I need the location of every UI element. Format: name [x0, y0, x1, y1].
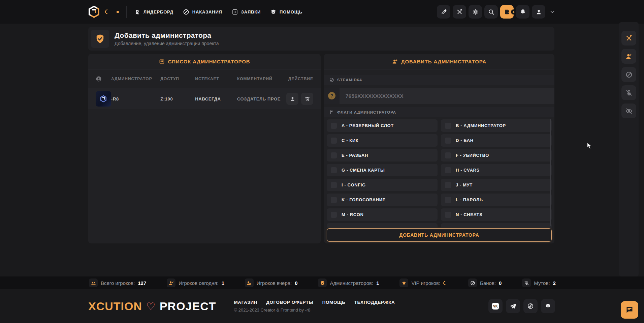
- footer-link-help[interactable]: ПОМОЩЬ: [322, 300, 346, 305]
- account-button[interactable]: [532, 5, 545, 19]
- steamid-input[interactable]: [340, 88, 554, 104]
- avatar-logo-icon: [100, 95, 107, 103]
- footer-link-offer[interactable]: ДОГОВОР ОФЕРТЫ: [266, 300, 313, 305]
- footer-link-support[interactable]: ТЕХПОДДЕРЖКА: [354, 300, 395, 305]
- flag-item-partial[interactable]: [441, 223, 552, 228]
- flag-checkbox[interactable]: [331, 197, 337, 203]
- add-admin-panel: ДОБАВИТЬ АДМИНИСТРАТОРА STEAMID64 ?: [324, 54, 554, 243]
- settings-button[interactable]: [469, 5, 482, 19]
- rail-mutes-button[interactable]: [621, 85, 636, 100]
- footer-link-shop[interactable]: МАГАЗИН: [234, 300, 258, 305]
- flag-item-e[interactable]: E - РАЗБАН: [327, 149, 438, 162]
- column-action: ДЕЙСТВИЕ: [281, 77, 313, 81]
- flag-item-m[interactable]: M - RCON: [327, 208, 438, 221]
- column-comment: КОММЕНТАРИЙ: [237, 77, 281, 81]
- flag-item-partial[interactable]: [327, 223, 438, 228]
- loading-spinner-icon: [443, 280, 449, 286]
- add-admin-title-label: ДОБАВИТЬ АДМИНИСТРАТОРА: [401, 59, 486, 64]
- nav-item-help[interactable]: ПОМОЩЬ: [270, 9, 302, 15]
- page-subtitle: Добавление, удаление администрации проек…: [115, 41, 219, 46]
- flag-checkbox[interactable]: [331, 138, 337, 144]
- stat-vip-players: VIP игроков:: [399, 278, 448, 287]
- flag-checkbox[interactable]: [445, 123, 451, 129]
- admin-avatar[interactable]: [96, 91, 111, 107]
- plus-badge-icon: +: [511, 9, 516, 14]
- stat-total-players: Всего игроков: 127: [89, 278, 146, 287]
- flag-checkbox[interactable]: [445, 167, 451, 173]
- loading-spinner-icon: [104, 8, 111, 15]
- flag-item-g[interactable]: G - СМЕНА КАРТЫ: [327, 164, 438, 176]
- delete-admin-button[interactable]: [301, 93, 313, 105]
- question-icon: ?: [328, 92, 335, 99]
- row-actions: [281, 93, 313, 105]
- user-plus-icon: [625, 53, 633, 60]
- user-icon: [536, 9, 542, 15]
- flag-checkbox[interactable]: [331, 212, 337, 218]
- flag-item-j[interactable]: J - МУТ: [441, 179, 552, 191]
- chat-fab-button[interactable]: [621, 301, 638, 319]
- admin-tools-button[interactable]: [453, 5, 466, 19]
- flag-checkbox[interactable]: [445, 197, 451, 203]
- footer-nav: МАГАЗИН ДОГОВОР ОФЕРТЫ ПОМОЩЬ ТЕХПОДДЕРЖ…: [234, 300, 395, 313]
- flag-item-a[interactable]: A - РЕЗЕРВНЫЙ СЛОТ: [327, 119, 438, 132]
- add-admin-submit-button[interactable]: ДОБАВИТЬ АДМИНИСТРАТОРА: [327, 228, 552, 242]
- nav-item-label: ПОМОЩЬ: [280, 9, 302, 14]
- steam-button[interactable]: [523, 299, 538, 313]
- shield-check-icon: [95, 34, 105, 44]
- flag-checkbox[interactable]: [331, 182, 337, 188]
- content-panels: СПИСОК АДМИНИСТРАТОРОВ АДМИНИСТРАТОР ДОС…: [88, 54, 554, 243]
- flag-item-c[interactable]: C - КИК: [327, 134, 438, 147]
- nav-item-leaderboard[interactable]: ЛИДЕРБОРД: [134, 9, 173, 15]
- site-logo-icon[interactable]: [88, 6, 100, 18]
- admin-list-title: СПИСОК АДМИНИСТРАТОРОВ: [88, 54, 321, 69]
- steamid-input-row: ?: [324, 88, 554, 104]
- nav-item-punishments[interactable]: НАКАЗАНИЯ: [183, 9, 222, 15]
- flag-checkbox[interactable]: [445, 152, 451, 158]
- shield-check-tile: [91, 30, 109, 48]
- rail-hidden-button[interactable]: [621, 104, 636, 118]
- row-comment: СОЗДАТЕЛЬ ПРОЕ...: [237, 96, 281, 101]
- flag-checkbox[interactable]: [445, 138, 451, 144]
- flag-checkbox[interactable]: [331, 167, 337, 173]
- account-menu-chevron[interactable]: [550, 9, 555, 14]
- navbar-menu: ЛИДЕРБОРД НАКАЗАНИЯ ЗАЯВКИ: [134, 9, 302, 15]
- wallet-topup-button[interactable]: +: [500, 5, 514, 19]
- flag-item-d[interactable]: D - БАН: [441, 134, 552, 147]
- steamid-label-bar: STEAMID64: [324, 75, 554, 85]
- theme-picker-button[interactable]: [437, 5, 450, 19]
- tools-icon: [456, 9, 463, 15]
- admin-side-rail: [619, 22, 639, 276]
- search-button[interactable]: [484, 5, 498, 19]
- steamid-hint[interactable]: ?: [324, 88, 340, 104]
- flag-item-i[interactable]: I - CONFIG: [327, 179, 438, 191]
- footer-socials: VK: [488, 299, 555, 313]
- stat-admins: Администраторов: 1: [318, 278, 379, 287]
- flag-checkbox[interactable]: [445, 212, 451, 218]
- flag-item-h[interactable]: H - CVARS: [441, 164, 552, 176]
- flag-checkbox[interactable]: [331, 152, 337, 158]
- flags-scrollbar[interactable]: [550, 119, 551, 226]
- nav-item-label: ЛИДЕРБОРД: [143, 9, 173, 14]
- discord-button[interactable]: [541, 299, 555, 313]
- flag-item-n[interactable]: N - CHEATS: [441, 208, 552, 221]
- bell-icon: [520, 9, 526, 15]
- flag-item-l[interactable]: L - ПАРОЛЬ: [441, 194, 552, 206]
- top-navbar: ЛИДЕРБОРД НАКАЗАНИЯ ЗАЯВКИ: [0, 0, 644, 24]
- flag-item-k[interactable]: K - ГОЛОСОВАНИЕ: [327, 194, 438, 206]
- nav-item-applications[interactable]: ЗАЯВКИ: [232, 9, 261, 15]
- rail-add-admin-button[interactable]: [621, 49, 636, 64]
- telegram-button[interactable]: [506, 299, 520, 313]
- rail-tools-button[interactable]: [621, 31, 636, 46]
- flag-item-f[interactable]: F - УБИЙСТВО: [441, 149, 552, 162]
- stat-mutes: Мутов: 2: [522, 278, 556, 287]
- flag-checkbox[interactable]: [445, 182, 451, 188]
- flag-checkbox[interactable]: [331, 123, 337, 129]
- column-expires: ИСТЕКАЕТ: [195, 77, 237, 81]
- notifications-button[interactable]: [516, 5, 529, 19]
- rail-bans-button[interactable]: [621, 67, 636, 82]
- footer-divider: [225, 298, 225, 314]
- view-profile-button[interactable]: [286, 93, 298, 105]
- flag-item-b[interactable]: B - АДМИНИСТРАТОР: [441, 119, 552, 132]
- add-admin-title: ДОБАВИТЬ АДМИНИСТРАТОРА: [324, 54, 554, 69]
- vk-button[interactable]: VK: [488, 299, 503, 313]
